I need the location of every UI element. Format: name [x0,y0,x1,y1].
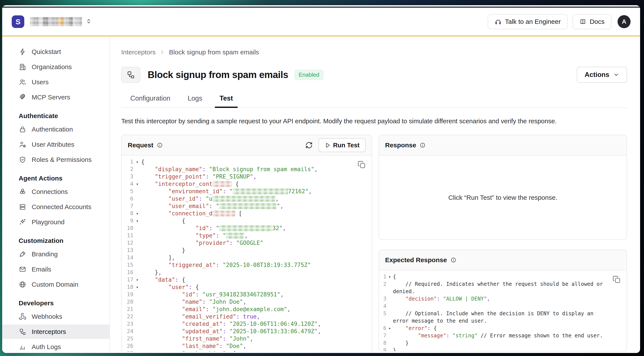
breadcrumb-current: Block signup from spam emails [169,48,259,56]
tab-bar: ConfigurationLogsTest [121,94,627,108]
redacted-value [226,233,244,239]
copy-icon [612,275,621,284]
brush-icon [19,250,26,258]
sidebar-item-label: Users [32,78,48,86]
code-line: 10 "id": "32", [122,225,372,232]
sidebar-item-mcp-servers[interactable]: MCP Servers [2,90,110,104]
sidebar-item-branding[interactable]: Branding [2,247,110,261]
response-empty-state: Click “Run Test” to view the response. [379,156,627,239]
sidebar-section-header: Agent Actions [2,175,110,182]
tab-test[interactable]: Test [215,94,238,107]
request-code-editor[interactable]: 1▾{2 "display_name": "Block signup from … [122,156,372,352]
book-icon [580,18,586,25]
code-line: 25 "first_name": "John", [122,335,372,342]
sidebar-item-label: Emails [32,266,51,273]
page-title: Block signup from spam emails [148,69,288,80]
user-gear-icon [19,141,26,148]
sidebar-item-roles-permissions[interactable]: Roles & Permissions [2,153,110,167]
reset-request-button[interactable] [305,141,313,149]
sidebar-item-custom-domain[interactable]: Custom Domain [2,277,110,292]
code-line: 5 "environment_id": "72162", [122,188,372,195]
redacted-value [233,189,288,194]
code-line: 1▾{ [122,158,372,166]
sidebar-nav: QuickstartOrganizationsUsersMCP ServersA… [2,36,110,352]
interceptor-icon [19,328,26,336]
sidebar-item-connections[interactable]: Connections [2,185,110,199]
sidebar-item-auth-logs[interactable]: Auth Logs [2,340,110,352]
avatar[interactable]: A [618,15,630,28]
actions-label: Actions [584,71,609,79]
play-icon [324,142,330,148]
tab-configuration[interactable]: Configuration [126,94,175,107]
copy-request-button[interactable] [357,160,366,169]
sidebar-item-label: Interceptors [32,328,66,336]
code-line: 27▾ "memberships": [ [122,350,372,352]
code-line: 3 "trigger_point": "PRE_SIGNUP", [122,173,372,180]
sidebar-item-authentication[interactable]: Authentication [2,122,110,136]
org-logo: S [12,15,24,28]
sidebar-item-playground[interactable]: Playground [2,215,110,229]
docs-button[interactable]: Docs [572,14,612,29]
sidebar-item-quickstart[interactable]: Quickstart [2,45,110,59]
sidebar-item-emails[interactable]: Emails [2,262,110,277]
sidebar-item-label: Custom Domain [32,281,78,288]
info-icon[interactable] [157,142,163,148]
tab-logs[interactable]: Logs [183,94,207,107]
request-panel-title: Request [128,141,153,149]
sidebar-item-user-attributes[interactable]: User Attributes [2,137,110,152]
app-window: S Talk to an Engineer Docs A QuickstartO… [2,5,640,353]
org-switcher[interactable]: S [12,15,92,28]
request-panel-header: Request Run Test [122,135,372,156]
interceptor-icon [126,70,135,79]
sidebar-item-organizations[interactable]: Organizations [2,60,110,74]
globe-icon [19,281,26,288]
redacted-value [212,181,232,187]
info-icon[interactable] [450,257,456,263]
info-icon[interactable] [420,142,426,148]
response-panel: Response Click “Run Test” to view the re… [378,135,627,240]
sidebar-item-label: Quickstart [32,48,61,55]
response-column: Response Click “Run Test” to view the re… [378,135,627,352]
envelope-icon [19,265,26,273]
chevron-right-icon [159,49,165,55]
redacted-value [212,211,235,216]
code-line: 16 }, [122,269,372,276]
copy-expected-button[interactable] [612,275,621,284]
sidebar-item-webhooks[interactable]: Webhooks [2,310,110,324]
code-line: 17▾ "data": { [122,276,372,283]
talk-to-engineer-label: Talk to an Engineer [505,18,561,25]
code-line: 6 "user_id": "u, [122,195,372,202]
code-line: 19 "id": "usr_93418238346728951", [122,291,372,298]
talk-to-engineer-button[interactable]: Talk to an Engineer [488,14,568,29]
actions-button[interactable]: Actions [577,67,627,83]
sidebar-item-label: User Attributes [32,141,74,148]
code-line: 20 "name": "John Doe", [122,298,372,306]
code-line: 18▾ "user": { [122,283,372,291]
code-line: 7 "user_email": "", [122,202,372,210]
cubes-icon [19,188,26,196]
redacted-value [219,203,277,209]
code-line: 7 "message": "string" // Error message s… [379,332,627,339]
bar-chart-icon [19,343,26,351]
sidebar-section-header: Authenticate [2,112,110,120]
code-line: 26 "last_name": "Doe", [122,342,372,350]
org-name-redacted [30,17,82,26]
sidebar-item-interceptors[interactable]: Interceptors [2,325,110,339]
response-panel-title: Response [385,141,416,149]
docs-label: Docs [590,18,604,25]
sidebar-item-users[interactable]: Users [2,75,110,89]
run-test-button[interactable]: Run Test [318,138,366,152]
sidebar-item-label: Roles & Permissions [32,156,92,163]
webhook-icon [19,313,26,321]
code-line: 2 "display_name": "Block signup from spa… [122,166,372,173]
sidebar-item-connected-accounts[interactable]: Connected Accounts [2,200,110,214]
breadcrumb-parent[interactable]: Interceptors [121,48,156,56]
headphones-icon [494,18,502,25]
code-line: 24 "updated_at": "2025-10-06T13:33:06.47… [122,328,372,335]
expected-response-code: 1▾{2 // Required. Indicates whether the … [379,270,627,351]
code-line: 8 } [379,339,627,347]
page-header: Block signup from spam emails Enabled Ac… [121,67,627,83]
sidebar-item-label: Organizations [32,63,72,71]
chevron-down-icon [613,72,619,78]
redacted-value [219,225,272,231]
